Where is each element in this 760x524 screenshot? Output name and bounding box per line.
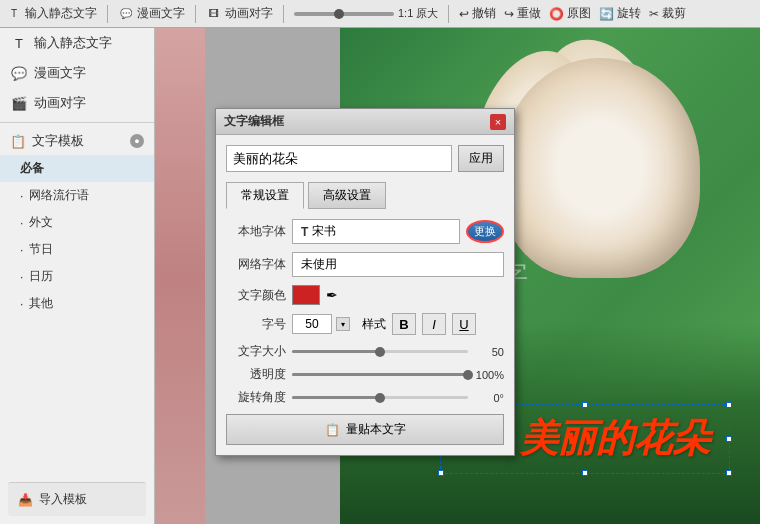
original-icon: ⭕: [549, 7, 564, 21]
text-editor-dialog: 文字编辑框 × 应用 常规设置 高级设置 本地字体 T 宋书: [215, 108, 515, 456]
dialog-size-label: 字号: [226, 316, 286, 333]
flower-center: [500, 58, 700, 278]
dialog-font-box: T 宋书: [292, 219, 460, 244]
eyedropper-icon[interactable]: ✒: [326, 287, 338, 303]
reset-icon: 📋: [325, 423, 340, 437]
font-size-up[interactable]: ▾: [336, 317, 350, 331]
sep4: [448, 5, 449, 23]
dialog-tabs: 常规设置 高级设置: [226, 182, 504, 209]
text-size-thumb[interactable]: [375, 347, 385, 357]
toolbar-comic-label: 漫画文字: [137, 5, 185, 22]
style-underline-btn[interactable]: U: [452, 313, 476, 335]
comic-icon: 💬: [118, 6, 134, 22]
style-italic-btn[interactable]: I: [422, 313, 446, 335]
sidebar-sub-essential[interactable]: 必备: [0, 155, 154, 182]
dialog-font-name: 宋书: [312, 223, 336, 240]
rotation-value: 0°: [474, 392, 504, 404]
sidebar-other-label: 其他: [29, 295, 53, 312]
sidebar-sub-internet[interactable]: · 网络流行语: [0, 182, 154, 209]
dialog-body: 应用 常规设置 高级设置 本地字体 T 宋书 更换 网络字: [216, 135, 514, 455]
toolbar-redo[interactable]: ↪ 重做: [504, 5, 541, 22]
sidebar-essential-label: 必备: [20, 160, 44, 177]
zoom-slider[interactable]: [294, 12, 394, 16]
import-icon: 📥: [18, 493, 33, 507]
zoom-slider-thumb[interactable]: [334, 9, 344, 19]
sidebar-section-template[interactable]: 📋 文字模板 ●: [0, 127, 154, 155]
opacity-slider[interactable]: [292, 373, 468, 376]
sidebar-sub-festival[interactable]: · 节日: [0, 236, 154, 263]
dialog-tab-advanced[interactable]: 高级设置: [308, 182, 386, 209]
canvas-text[interactable]: 美丽的花朵: [520, 413, 710, 464]
toolbar-comic[interactable]: 💬 漫画文字: [118, 5, 185, 22]
color-swatch[interactable]: [292, 285, 320, 305]
dialog-color-label: 文字颜色: [226, 287, 286, 304]
font-size-controls: ▾: [292, 314, 350, 334]
dialog-reset-btn[interactable]: 📋 量贴本文字: [226, 414, 504, 445]
redo-icon: ↪: [504, 7, 514, 21]
sidebar-foreign-label: 外文: [29, 214, 53, 231]
opacity-label: 透明度: [226, 366, 286, 383]
toolbar-crop-label: 裁剪: [662, 5, 686, 22]
main-layout: T 输入静态文字 💬 漫画文字 🎬 动画对字 📋 文字模板 ● 必备 · 网络流…: [0, 28, 760, 524]
dialog-title: 文字编辑框: [224, 113, 284, 130]
sidebar-import-label: 导入模板: [39, 491, 87, 508]
dialog-color-row: 文字颜色 ✒: [226, 285, 504, 305]
sidebar-festival-label: 节日: [29, 241, 53, 258]
sidebar-sub-other[interactable]: · 其他: [0, 290, 154, 317]
sidebar-item-comic[interactable]: 💬 漫画文字: [0, 58, 154, 88]
toolbar-redo-label: 重做: [517, 5, 541, 22]
style-bold-btn[interactable]: B: [392, 313, 416, 335]
dialog-size-row: 字号 ▾ 样式 B I U: [226, 313, 504, 335]
sidebar-input-static-label: 输入静态文字: [34, 34, 112, 52]
toolbar: T 输入静态文字 💬 漫画文字 🎞 动画对字 1:1 原大 ↩ 撤销 ↪ 重做 …: [0, 0, 760, 28]
dialog-close-btn[interactable]: ×: [490, 114, 506, 130]
toolbar-crop[interactable]: ✂ 裁剪: [649, 5, 686, 22]
text-size-slider[interactable]: [292, 350, 468, 353]
font-icon: T: [301, 225, 308, 239]
toolbar-original[interactable]: ⭕ 原图: [549, 5, 591, 22]
dialog-apply-btn[interactable]: 应用: [458, 145, 504, 172]
sidebar-animated-label: 动画对字: [34, 94, 86, 112]
rotation-label: 旋转角度: [226, 389, 286, 406]
sep1: [107, 5, 108, 23]
dialog-network-font-box: 未使用: [292, 252, 504, 277]
sidebar-template-label: 文字模板: [32, 132, 84, 150]
toolbar-animated[interactable]: 🎞 动画对字: [206, 5, 273, 22]
toolbar-animated-label: 动画对字: [225, 5, 273, 22]
toolbar-undo[interactable]: ↩ 撤销: [459, 5, 496, 22]
rotation-thumb[interactable]: [375, 393, 385, 403]
dialog-network-font-row: 网络字体 未使用: [226, 252, 504, 277]
dialog-font-row: 本地字体 T 宋书 更换: [226, 219, 504, 244]
font-size-input[interactable]: [292, 314, 332, 334]
dialog-text-input[interactable]: [226, 145, 452, 172]
sidebar-calendar-label: 日历: [29, 268, 53, 285]
sep2: [195, 5, 196, 23]
opacity-row: 透明度 100%: [226, 366, 504, 383]
opacity-value: 100%: [474, 369, 504, 381]
dialog-tab-basic[interactable]: 常规设置: [226, 182, 304, 209]
sidebar: T 输入静态文字 💬 漫画文字 🎬 动画对字 📋 文字模板 ● 必备 · 网络流…: [0, 28, 155, 524]
sidebar-animated-icon: 🎬: [10, 94, 28, 112]
sidebar-sub-foreign[interactable]: · 外文: [0, 209, 154, 236]
animated-icon: 🎞: [206, 6, 222, 22]
sidebar-internet-label: 网络流行语: [29, 187, 89, 204]
dialog-font-change-btn[interactable]: 更换: [466, 220, 504, 243]
zoom-label: 1:1 原大: [398, 6, 438, 21]
sidebar-sub-calendar[interactable]: · 日历: [0, 263, 154, 290]
toolbar-rotate-label: 旋转: [617, 5, 641, 22]
toolbar-original-label: 原图: [567, 5, 591, 22]
left-decoration: [155, 28, 205, 524]
sidebar-item-input-static[interactable]: T 输入静态文字: [0, 28, 154, 58]
toolbar-input-static[interactable]: T 输入静态文字: [6, 5, 97, 22]
zoom-slider-container: 1:1 原大: [294, 6, 438, 21]
opacity-thumb[interactable]: [463, 370, 473, 380]
toolbar-rotate[interactable]: 🔄 旋转: [599, 5, 641, 22]
sidebar-item-animated[interactable]: 🎬 动画对字: [0, 88, 154, 118]
text-size-row: 文字大小 50: [226, 343, 504, 360]
sidebar-comic-label: 漫画文字: [34, 64, 86, 82]
rotation-row: 旋转角度 0°: [226, 389, 504, 406]
dialog-font-label: 本地字体: [226, 223, 286, 240]
rotation-slider[interactable]: [292, 396, 468, 399]
text-size-value: 50: [474, 346, 504, 358]
sidebar-import-btn[interactable]: 📥 导入模板: [8, 482, 146, 516]
